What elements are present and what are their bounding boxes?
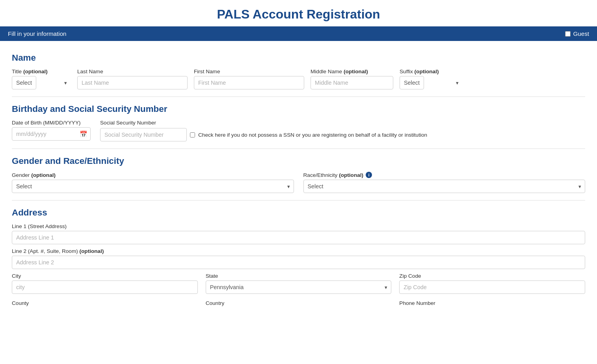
gender-select-wrapper: Select Male Female Non-binary Prefer not… — [12, 180, 294, 193]
county-country-phone-row: County Country Phone Number — [12, 300, 585, 306]
address-line1-input[interactable] — [12, 231, 585, 244]
ssn-label: Social Security Number — [100, 120, 427, 126]
address-line1-group: Line 1 (Street Address) — [12, 223, 585, 244]
middle-name-input[interactable] — [311, 76, 393, 89]
address-line1-label: Line 1 (Street Address) — [12, 223, 585, 229]
header-bar: Fill in your information Guest — [0, 26, 597, 41]
gender-race-row: Gender (optional) Select Male Female Non… — [12, 172, 585, 193]
last-name-input[interactable] — [77, 76, 188, 89]
city-input[interactable] — [12, 280, 198, 294]
dob-input[interactable] — [12, 127, 91, 141]
gender-label: Gender (optional) — [12, 172, 294, 178]
form-body: Name Title (optional) Select Mr. Mrs. Ms… — [0, 41, 597, 314]
country-label: Country — [206, 300, 392, 306]
race-select-wrapper: Select American Indian or Alaska Native … — [303, 180, 586, 193]
state-select-wrapper: Pennsylvania Alabama Alaska Arizona Arka… — [206, 280, 392, 294]
ssn-field-group: Social Security Number Check here if you… — [100, 120, 427, 141]
calendar-icon[interactable]: 📅 — [80, 130, 87, 138]
county-label: County — [12, 300, 198, 306]
middle-name-label: Middle Name (optional) — [311, 69, 393, 74]
dob-wrapper: 📅 — [12, 127, 91, 141]
state-field-group: State Pennsylvania Alabama Alaska Arizon… — [206, 273, 392, 294]
zip-label: Zip Code — [399, 273, 585, 279]
zip-input[interactable] — [399, 280, 585, 294]
city-field-group: City — [12, 273, 198, 294]
race-field-group: Race/Ethnicity (optional) i Select Ameri… — [303, 172, 586, 193]
gender-field-group: Gender (optional) Select Male Female Non… — [12, 172, 294, 193]
race-label-row: Race/Ethnicity (optional) i — [303, 172, 586, 178]
address-line2-group: Line 2 (Apt. #, Suite, Room) (optional) — [12, 248, 585, 269]
ssn-checkbox[interactable] — [190, 132, 195, 137]
ssn-check-row: Check here if you do not possess a SSN o… — [100, 128, 427, 141]
title-field-group: Title (optional) Select Mr. Mrs. Ms. Dr.… — [12, 69, 71, 89]
page-title: PALS Account Registration — [0, 0, 597, 26]
race-info-icon[interactable]: i — [366, 172, 372, 178]
gender-race-section-title: Gender and Race/Ethnicity — [12, 156, 585, 166]
race-label: Race/Ethnicity (optional) — [303, 172, 364, 178]
title-select[interactable]: Select Mr. Mrs. Ms. Dr. Prof. — [12, 76, 36, 89]
name-row: Title (optional) Select Mr. Mrs. Ms. Dr.… — [12, 69, 585, 89]
address-section-title: Address — [12, 208, 585, 218]
phone-label: Phone Number — [399, 300, 585, 306]
suffix-select-wrapper: Select Jr. Sr. II III IV — [400, 76, 463, 89]
address-line2-input[interactable] — [12, 256, 585, 269]
county-field-group: County — [12, 300, 198, 306]
suffix-select[interactable]: Select Jr. Sr. II III IV — [400, 76, 424, 89]
race-select[interactable]: Select American Indian or Alaska Native … — [303, 180, 586, 193]
city-label: City — [12, 273, 198, 279]
fill-info-label: Fill in your information — [8, 30, 67, 37]
middle-name-field-group: Middle Name (optional) — [311, 69, 393, 89]
suffix-field-group: Suffix (optional) Select Jr. Sr. II III … — [400, 69, 463, 89]
dob-label: Date of Birth (MM/DD/YYYY) — [12, 120, 91, 126]
title-label: Title (optional) — [12, 69, 71, 74]
ssn-input[interactable] — [100, 128, 187, 141]
first-name-input[interactable] — [194, 76, 304, 89]
guest-label: Guest — [573, 30, 589, 37]
state-select[interactable]: Pennsylvania Alabama Alaska Arizona Arka… — [206, 280, 392, 294]
guest-checkbox[interactable] — [565, 31, 571, 37]
phone-field-group: Phone Number — [399, 300, 585, 306]
title-select-wrapper: Select Mr. Mrs. Ms. Dr. Prof. — [12, 76, 71, 89]
address-line2-label: Line 2 (Apt. #, Suite, Room) (optional) — [12, 248, 585, 254]
first-name-field-group: First Name — [194, 69, 304, 89]
city-state-zip-row: City State Pennsylvania Alabama Alaska A… — [12, 273, 585, 294]
last-name-label: Last Name — [77, 69, 188, 74]
suffix-label: Suffix (optional) — [400, 69, 463, 74]
first-name-label: First Name — [194, 69, 304, 74]
country-field-group: Country — [206, 300, 392, 306]
ssn-check-label: Check here if you do not possess a SSN o… — [198, 132, 427, 138]
guest-section: Guest — [565, 30, 589, 37]
state-label: State — [206, 273, 392, 279]
birthday-section-title: Birthday and Social Security Number — [12, 104, 585, 114]
zip-field-group: Zip Code — [399, 273, 585, 294]
birthday-row: Date of Birth (MM/DD/YYYY) 📅 Social Secu… — [12, 120, 585, 141]
name-section-title: Name — [12, 53, 585, 63]
gender-select[interactable]: Select Male Female Non-binary Prefer not… — [12, 180, 294, 193]
dob-field-group: Date of Birth (MM/DD/YYYY) 📅 — [12, 120, 91, 141]
last-name-field-group: Last Name — [77, 69, 188, 89]
